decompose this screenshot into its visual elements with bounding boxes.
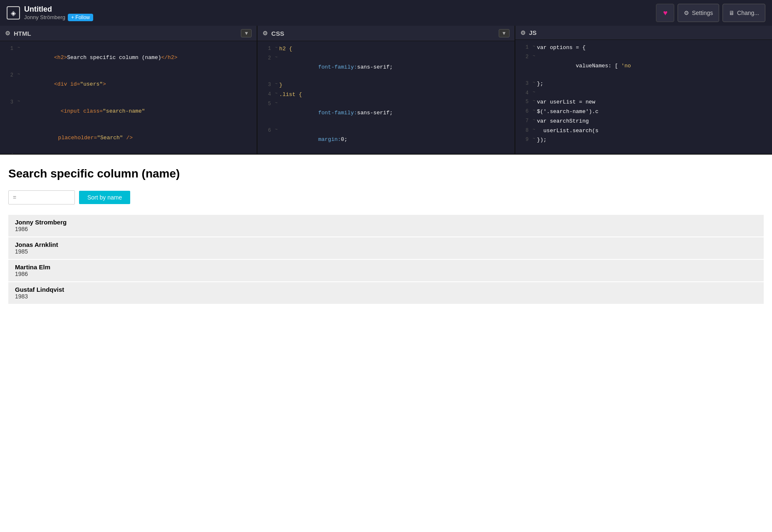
topbar-left: ◈ Untitled Jonny Strömberg + Follow — [7, 5, 93, 21]
topbar-right: ♥ ⚙ Settings 🖥 Chang... — [656, 4, 765, 22]
user-born: 1986 — [15, 271, 757, 277]
code-line: 4 ~ — [515, 89, 772, 98]
heart-icon: ♥ — [663, 9, 668, 17]
code-line: 2 ~ font-family:sans-serif; — [257, 54, 514, 81]
css-code-area[interactable]: 1 ~ h2 { 2 ~ font-family:sans-serif; 3 ~… — [257, 41, 514, 154]
change-button[interactable]: 🖥 Chang... — [723, 4, 765, 22]
app-title: Untitled — [24, 5, 93, 14]
code-line: 7 ~ var searchString — [515, 117, 772, 126]
sort-button[interactable]: Sort by name — [79, 191, 130, 204]
code-line: 5 ~ var userList = new — [515, 98, 772, 107]
html-gear-icon: ⚙ — [5, 30, 10, 37]
monitor-icon: 🖥 — [729, 10, 735, 16]
code-line: 1 ~ h2 { — [257, 44, 514, 54]
code-line: 1 ~ <h2>Search specific column (name)</h… — [0, 44, 257, 71]
list-item: Jonas Arnklint 1985 — [8, 237, 764, 259]
topbar: ◈ Untitled Jonny Strömberg + Follow ♥ ⚙ … — [0, 0, 772, 26]
settings-label: Settings — [692, 10, 713, 16]
preview-heading: Search specific column (name) — [8, 167, 764, 180]
code-line: 4 ~ .list { — [257, 90, 514, 100]
code-line: 3 ~ } — [257, 81, 514, 90]
code-line: 3 ~ <input class="search-name" — [0, 98, 257, 125]
html-panel-header: ⚙ HTML ▼ — [0, 26, 257, 41]
css-panel: ⚙ CSS ▼ 1 ~ h2 { 2 ~ font-family:sans-se… — [257, 26, 515, 154]
like-button[interactable]: ♥ — [656, 4, 674, 22]
user-name: Martina Elm — [15, 264, 757, 271]
logo-icon: ◈ — [7, 6, 20, 20]
code-line: 3 ~ }; — [515, 79, 772, 89]
editors-area: ⚙ HTML ▼ 1 ~ <h2>Search specific column … — [0, 26, 772, 155]
user-born: 1985 — [15, 248, 757, 255]
search-row: Sort by name — [8, 190, 764, 204]
gear-icon: ⚙ — [684, 10, 689, 16]
user-name: Jonny Stromberg — [15, 219, 757, 226]
user-list: Jonny Stromberg 1986 Jonas Arnklint 1985… — [8, 214, 764, 304]
user-born: 1983 — [15, 293, 757, 300]
logo-symbol: ◈ — [11, 9, 16, 17]
list-item: Jonny Stromberg 1986 — [8, 214, 764, 236]
user-name: Gustaf Lindqvist — [15, 286, 757, 293]
code-line: 8 ~ userList.search(s — [515, 126, 772, 136]
code-line: 2 ~ valueNames: [ 'no — [515, 53, 772, 79]
code-line: 9 ~ }); — [515, 135, 772, 145]
js-panel-title-group: ⚙ JS — [520, 29, 537, 36]
preview-area: Search specific column (name) Sort by na… — [0, 155, 772, 313]
code-line: 2 ~ <div id="users"> — [0, 71, 257, 98]
search-input[interactable] — [8, 190, 75, 204]
html-panel-title-group: ⚙ HTML — [5, 30, 31, 37]
js-panel-header: ⚙ JS — [515, 26, 772, 40]
js-gear-icon: ⚙ — [520, 30, 526, 36]
change-label: Chang... — [737, 10, 759, 16]
css-panel-header: ⚙ CSS ▼ — [257, 26, 514, 41]
code-line: 6 ~ margin:0; — [257, 126, 514, 153]
html-panel: ⚙ HTML ▼ 1 ~ <h2>Search specific column … — [0, 26, 257, 154]
code-line: 6 ~ $('.search-name').c — [515, 107, 772, 117]
html-dropdown-arrow[interactable]: ▼ — [241, 29, 252, 37]
settings-button[interactable]: ⚙ Settings — [678, 4, 719, 22]
app-subtitle: Jonny Strömberg + Follow — [24, 14, 93, 21]
css-gear-icon: ⚙ — [262, 30, 268, 37]
list-item: Martina Elm 1986 — [8, 259, 764, 281]
user-born: 1986 — [15, 226, 757, 232]
follow-button[interactable]: + Follow — [68, 14, 93, 21]
html-code-area[interactable]: 1 ~ <h2>Search specific column (name)</h… — [0, 41, 257, 154]
js-panel: ⚙ JS 1 ~ var options = { 2 ~ valueNames:… — [515, 26, 772, 154]
code-line: 4 ~ <button class="sort" data-sort="name… — [0, 152, 257, 154]
css-dropdown-arrow[interactable]: ▼ — [499, 29, 510, 37]
html-panel-title: HTML — [14, 30, 31, 37]
js-panel-title: JS — [529, 29, 537, 36]
code-line: 1 ~ var options = { — [515, 43, 772, 53]
list-item: Gustaf Lindqvist 1983 — [8, 282, 764, 304]
code-line: placeholder="Search" /> — [0, 125, 257, 151]
code-line: 5 ~ font-family:sans-serif; — [257, 100, 514, 126]
author-name: Jonny Strömberg — [24, 14, 65, 20]
css-panel-title: CSS — [271, 30, 284, 37]
code-line: 7 ~ padding:20px 0 0; — [257, 153, 514, 154]
js-code-area[interactable]: 1 ~ var options = { 2 ~ valueNames: [ 'n… — [515, 40, 772, 154]
css-panel-title-group: ⚙ CSS — [262, 30, 284, 37]
user-name: Jonas Arnklint — [15, 241, 757, 248]
topbar-title: Untitled Jonny Strömberg + Follow — [24, 5, 93, 21]
